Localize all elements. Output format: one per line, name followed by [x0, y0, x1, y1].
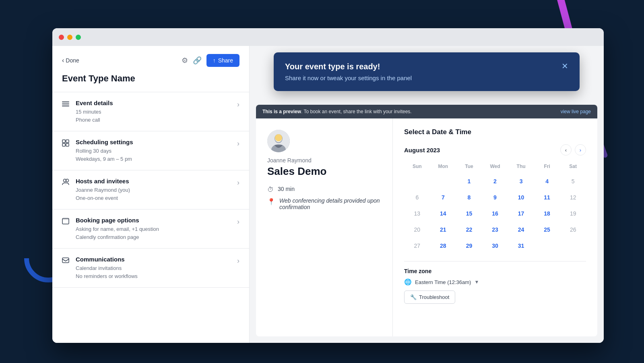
back-button[interactable]: ‹ Done	[62, 57, 79, 64]
host-name: Joanne Raymond	[267, 157, 381, 164]
nav-chevron-3: ›	[237, 218, 239, 226]
cal-day-30[interactable]: 30	[488, 239, 502, 253]
cal-day-22[interactable]: 22	[462, 222, 476, 237]
troubleshoot-button[interactable]: 🔧 Troubleshoot	[404, 290, 455, 304]
cal-day-16[interactable]: 16	[488, 206, 502, 221]
cal-day-8[interactable]: 8	[462, 190, 476, 205]
cal-day-24[interactable]: 24	[514, 222, 528, 237]
maximize-button[interactable]	[76, 35, 81, 40]
calendar-month: August 2023	[404, 147, 440, 153]
notification-title: Your event type is ready!	[285, 62, 380, 71]
traffic-lights	[59, 35, 81, 40]
timezone-value[interactable]: Eastern Time (12:36am)	[415, 279, 471, 285]
nav-item-content-3: Booking page options Asking for name, em…	[76, 217, 159, 241]
timezone-dropdown-icon[interactable]: ▼	[474, 279, 479, 285]
prev-month-button[interactable]: ‹	[560, 144, 572, 156]
calendar-grid: SunMonTueWedThuFriSat 123456789101112131…	[404, 162, 586, 253]
cal-day-14[interactable]: 14	[436, 206, 450, 221]
cal-day-23[interactable]: 23	[488, 222, 502, 237]
cal-day-11[interactable]: 11	[540, 190, 554, 205]
minimize-button[interactable]	[67, 35, 72, 40]
calendar-week-0: 12345	[404, 174, 586, 189]
svg-rect-4	[66, 140, 69, 143]
nav-item-1[interactable]: Scheduling settings Rolling 30 days Week…	[52, 131, 249, 170]
svg-rect-10	[62, 218, 69, 220]
nav-icon-3	[62, 218, 70, 227]
nav-icon-4	[62, 257, 70, 266]
notification-header: Your event type is ready! ✕	[285, 62, 568, 71]
cal-day-name-tue: Tue	[456, 162, 482, 171]
nav-item-3[interactable]: Booking page options Asking for name, em…	[52, 210, 249, 249]
timezone-row: 🌐 Eastern Time (12:36am) ▼	[404, 278, 586, 286]
notification-banner: Your event type is ready! ✕ Share it now…	[274, 52, 580, 91]
cal-day-27[interactable]: 27	[410, 239, 424, 253]
cal-day-21[interactable]: 21	[436, 222, 450, 237]
svg-rect-3	[62, 140, 65, 143]
nav-item-4[interactable]: Communications Calendar invitations No r…	[52, 249, 249, 288]
notification-close-button[interactable]: ✕	[561, 62, 568, 70]
cal-day-29[interactable]: 29	[462, 239, 476, 253]
wrench-icon: 🔧	[410, 294, 417, 300]
nav-item-sub1-4: Calendar invitations	[76, 264, 138, 272]
nav-item-title-4: Communications	[76, 256, 138, 263]
avatar-image	[267, 130, 290, 152]
svg-rect-5	[62, 143, 65, 146]
view-live-link[interactable]: view live page	[561, 109, 591, 114]
cal-day-28[interactable]: 28	[436, 239, 450, 253]
cal-day-17[interactable]: 17	[514, 206, 528, 221]
cal-day-26[interactable]: 26	[566, 222, 580, 237]
settings-icon[interactable]: ⚙	[182, 56, 188, 65]
close-button[interactable]	[59, 35, 64, 40]
nav-item-title-0: Event details	[76, 100, 113, 106]
nav-item-content-4: Communications Calendar invitations No r…	[76, 256, 138, 280]
cal-day-18[interactable]: 18	[540, 206, 554, 221]
svg-rect-6	[66, 143, 69, 146]
calendar-nav-buttons: ‹ ›	[560, 144, 586, 156]
nav-item-sub1-3: Asking for name, email, +1 question	[76, 225, 159, 233]
notification-body: Share it now or tweak your settings in t…	[285, 75, 568, 81]
next-month-button[interactable]: ›	[575, 144, 586, 156]
nav-item-0[interactable]: Event details 15 minutes Phone call ›	[52, 92, 249, 131]
svg-rect-1	[62, 104, 69, 104]
back-arrow-icon: ‹	[62, 57, 64, 64]
calendar-week-3: 20212223242526	[404, 222, 586, 237]
cal-day-25[interactable]: 25	[540, 222, 554, 237]
share-icon: ↑	[213, 57, 216, 64]
link-icon[interactable]: 🔗	[193, 56, 202, 65]
cal-day-name-mon: Mon	[430, 162, 456, 171]
cal-day-13[interactable]: 13	[410, 206, 424, 221]
cal-day-12[interactable]: 12	[566, 190, 580, 205]
calendar-body: 1234567891011121314151617181920212223242…	[404, 174, 586, 253]
svg-rect-0	[62, 102, 69, 102]
cal-day-10[interactable]: 10	[514, 190, 528, 205]
nav-chevron-1: ›	[237, 139, 239, 148]
share-button[interactable]: ↑ Share	[206, 54, 239, 67]
cal-day-5[interactable]: 5	[566, 174, 580, 189]
titlebar	[52, 28, 604, 46]
cal-day-3[interactable]: 3	[514, 174, 528, 189]
cal-day-20[interactable]: 20	[410, 222, 424, 237]
cal-day-4[interactable]: 4	[540, 174, 554, 189]
cal-day-7[interactable]: 7	[436, 190, 450, 205]
nav-item-2[interactable]: Hosts and invitees Joanne Raymond (you) …	[52, 170, 249, 210]
nav-item-sub2-1: Weekdays, 9 am – 5 pm	[76, 155, 133, 163]
cal-day-6[interactable]: 6	[410, 190, 424, 205]
cal-day-15[interactable]: 15	[462, 206, 476, 221]
duration-text: 30 min	[278, 186, 295, 192]
preview-left: Joanne Raymond Sales Demo ⏱ 30 min 📍 Web…	[256, 118, 393, 336]
preview-content: Joanne Raymond Sales Demo ⏱ 30 min 📍 Web…	[256, 118, 597, 336]
globe-icon: 🌐	[404, 278, 412, 286]
cal-day-name-wed: Wed	[482, 162, 508, 171]
cal-day-19[interactable]: 19	[566, 206, 580, 221]
cal-day-1[interactable]: 1	[462, 174, 476, 189]
cal-day-2[interactable]: 2	[488, 174, 502, 189]
nav-item-sub1-2: Joanne Raymond (you)	[76, 186, 130, 194]
preview-bar: This is a preview. To book an event, sha…	[256, 105, 597, 118]
cal-day-31[interactable]: 31	[514, 239, 528, 253]
cal-day-name-fri: Fri	[534, 162, 560, 171]
nav-item-content-2: Hosts and invitees Joanne Raymond (you) …	[76, 178, 130, 202]
nav-item-sub1-0: 15 minutes	[76, 108, 113, 116]
nav-item-sub2-3: Calendly confirmation page	[76, 233, 159, 241]
troubleshoot-label: Troubleshoot	[419, 294, 449, 300]
cal-day-9[interactable]: 9	[488, 190, 502, 205]
